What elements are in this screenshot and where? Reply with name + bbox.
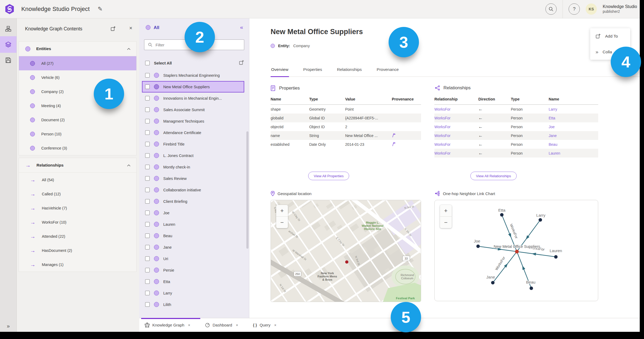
- collapse-relationships-icon[interactable]: [127, 163, 131, 168]
- list-item[interactable]: Persie: [139, 264, 246, 276]
- detail-tab-overview[interactable]: Overview: [271, 64, 289, 76]
- item-checkbox[interactable]: [145, 107, 150, 112]
- provenance-flag-icon[interactable]: [392, 133, 396, 138]
- item-checkbox[interactable]: [145, 176, 150, 181]
- relationship-type-item[interactable]: →WorksFor (10): [19, 215, 136, 229]
- graph-node[interactable]: [539, 218, 542, 222]
- entity-link[interactable]: Lauren: [549, 151, 560, 155]
- close-tab-icon[interactable]: ×: [188, 323, 190, 327]
- save-rail-button[interactable]: [0, 53, 17, 68]
- entity-link[interactable]: Larry: [549, 107, 557, 111]
- select-all-checkbox[interactable]: [145, 61, 150, 65]
- relationship-type-item[interactable]: →HasVehicle (7): [19, 201, 136, 215]
- relationship-type-item[interactable]: →All (54): [19, 173, 136, 187]
- list-item[interactable]: Attendance Certificate: [139, 127, 246, 138]
- table-row[interactable]: establishedDate Only2014-01-23: [271, 140, 421, 149]
- graph-node[interactable]: [476, 244, 480, 248]
- list-item[interactable]: Lilith: [139, 299, 246, 310]
- list-item[interactable]: Jane: [139, 241, 246, 253]
- table-row[interactable]: WorksFor←PersonBeau: [434, 140, 598, 149]
- zoom-out-button[interactable]: −: [276, 217, 288, 228]
- entity-type-item[interactable]: All (27): [19, 56, 136, 70]
- detail-tab-provenance[interactable]: Provenance: [376, 64, 399, 76]
- graph-node[interactable]: [554, 255, 558, 259]
- list-item[interactable]: Innovations in Mechanical Engin...: [139, 92, 246, 104]
- item-checkbox[interactable]: [145, 233, 150, 238]
- list-item[interactable]: New Metal Office Suppliers: [142, 81, 244, 92]
- table-row[interactable]: WorksFor←PersonJane: [434, 131, 598, 140]
- graph-node[interactable]: [500, 213, 504, 217]
- relationship-type-item[interactable]: →Attended (22): [19, 229, 136, 243]
- help-button[interactable]: ?: [569, 3, 580, 15]
- list-item[interactable]: Sales Associate Summit: [139, 104, 246, 115]
- view-tab-dashboard[interactable]: Dashboard×: [205, 323, 238, 328]
- item-checkbox[interactable]: [145, 130, 150, 135]
- entity-type-item[interactable]: Document (2): [19, 113, 136, 127]
- search-button[interactable]: [545, 3, 557, 15]
- relationship-link[interactable]: WorksFor: [434, 134, 450, 138]
- table-row[interactable]: nameStringNew Metal Office ...: [271, 131, 421, 140]
- relationship-type-item[interactable]: →HasDocument (2): [19, 243, 136, 257]
- list-item[interactable]: Joe: [139, 207, 246, 219]
- item-checkbox[interactable]: [145, 302, 150, 307]
- entity-link[interactable]: Joe: [549, 125, 555, 129]
- collapse-entities-icon[interactable]: [127, 46, 131, 51]
- view-all-properties-button[interactable]: View All Properties: [308, 172, 349, 180]
- edit-title-icon[interactable]: ✎: [98, 6, 103, 13]
- entity-type-item[interactable]: Conference (3): [19, 141, 136, 155]
- entity-link[interactable]: Jane: [549, 134, 557, 138]
- relationships-section-header[interactable]: → Relationships: [19, 158, 136, 173]
- geospatial-map[interactable]: + − 25033k RdW Clay StN 3rd StMaggie L.W…: [271, 200, 421, 302]
- list-item[interactable]: Client Briefing: [139, 196, 246, 207]
- relationship-link[interactable]: WorksFor: [434, 125, 450, 129]
- center-node[interactable]: [515, 250, 519, 253]
- list-item[interactable]: Lauren: [139, 219, 246, 230]
- item-checkbox[interactable]: [145, 256, 150, 261]
- table-row[interactable]: globalidGlobal ID{A228944F-0EF5-...: [271, 114, 421, 122]
- expand-rail-icon[interactable]: »: [0, 323, 17, 329]
- relationship-link[interactable]: WorksFor: [434, 142, 450, 147]
- table-row[interactable]: objectidObject ID2: [271, 122, 421, 131]
- add-selection-button[interactable]: [239, 60, 244, 66]
- table-row[interactable]: shapeGeometryPoint: [271, 105, 421, 114]
- list-item[interactable]: Firebird Title: [139, 138, 246, 150]
- list-item[interactable]: Uri: [139, 253, 246, 264]
- list-item[interactable]: Staplers Mechanical Engineering: [139, 70, 246, 81]
- item-checkbox[interactable]: [145, 211, 150, 215]
- list-item[interactable]: Collaboration initiative: [139, 184, 246, 196]
- item-checkbox[interactable]: [145, 142, 150, 146]
- entity-link[interactable]: Beau: [549, 142, 557, 147]
- view-all-relationships-button[interactable]: View All Relationships: [470, 172, 517, 180]
- view-tab-knowledge-graph[interactable]: Knowledge Graph×: [145, 322, 190, 328]
- item-checkbox[interactable]: [145, 245, 150, 249]
- item-checkbox[interactable]: [145, 119, 150, 123]
- collapse-list-panel-icon[interactable]: «: [240, 24, 243, 30]
- item-checkbox[interactable]: [145, 165, 150, 169]
- user-info[interactable]: Knowledge Studio publisher2: [603, 4, 637, 14]
- item-checkbox[interactable]: [145, 268, 150, 272]
- table-row[interactable]: WorksFor←PersonLauren: [434, 149, 598, 158]
- list-item[interactable]: Larry: [139, 287, 246, 299]
- item-checkbox[interactable]: [145, 188, 150, 192]
- item-checkbox[interactable]: [145, 96, 150, 100]
- entity-type-item[interactable]: Person (10): [19, 127, 136, 141]
- table-row[interactable]: WorksFor←PersonJoe: [434, 122, 598, 131]
- item-checkbox[interactable]: [145, 73, 150, 78]
- list-item[interactable]: Beau: [139, 230, 246, 241]
- zoom-in-button[interactable]: +: [440, 205, 452, 217]
- list-item[interactable]: Montly check-in: [139, 161, 246, 173]
- relationship-type-item[interactable]: →Called (12): [19, 187, 136, 201]
- provenance-flag-icon[interactable]: [392, 142, 396, 146]
- list-scrollbar[interactable]: [246, 131, 248, 249]
- item-checkbox[interactable]: [145, 84, 150, 89]
- relationship-link[interactable]: WorksFor: [434, 107, 450, 111]
- entity-link[interactable]: Etta: [549, 116, 555, 120]
- select-all-row[interactable]: Select All: [139, 58, 249, 68]
- avatar[interactable]: KS: [586, 3, 597, 15]
- schema-rail-button[interactable]: [0, 21, 17, 36]
- relationship-link[interactable]: WorksFor: [434, 151, 450, 155]
- list-item[interactable]: Sales Review: [139, 173, 246, 184]
- contents-rail-button[interactable]: [0, 36, 17, 53]
- action-add-to[interactable]: Add To: [590, 28, 630, 44]
- graph-node[interactable]: [491, 281, 495, 284]
